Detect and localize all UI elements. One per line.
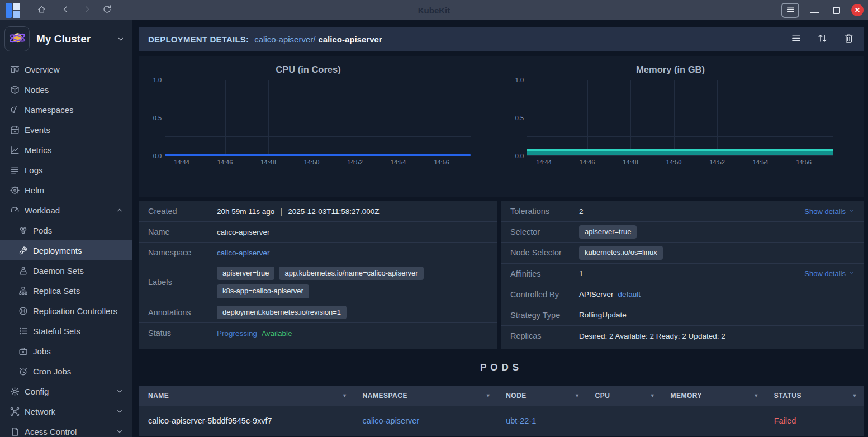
- sidebar-item-config[interactable]: Config: [0, 381, 132, 401]
- column-label: NODE: [506, 392, 527, 400]
- scale-button[interactable]: [816, 33, 828, 45]
- sidebar-item-cron-jobs[interactable]: Cron Jobs: [0, 361, 132, 381]
- status-progressing: Progressing: [217, 329, 257, 338]
- sidebar-item-events[interactable]: Events: [0, 120, 132, 140]
- gridline-vertical: [312, 80, 312, 155]
- memory-y-axis: 1.00.50.0: [508, 80, 527, 156]
- chevron-down-icon[interactable]: [116, 428, 124, 435]
- pod-node-link[interactable]: ubt-22-1: [506, 416, 536, 425]
- close-button[interactable]: ✕: [851, 4, 864, 16]
- strategy-type-value: RollingUpdate: [579, 311, 627, 319]
- hamburger-menu-icon: [786, 4, 795, 16]
- x-tick-label: 14:50: [304, 159, 320, 165]
- chevron-down-icon: [848, 269, 855, 278]
- sidebar-item-network[interactable]: Network: [0, 401, 132, 421]
- sidebar-item-daemon-sets[interactable]: Daemon Sets: [0, 260, 132, 281]
- detail-row-controlled-by: Controlled ByAPIServerdefault: [501, 284, 864, 305]
- show-details-label: Show details: [804, 269, 846, 278]
- jobs-icon: [18, 346, 28, 356]
- window-title: KubeKit: [0, 6, 868, 15]
- sidebar-item-nodes[interactable]: Nodes: [0, 79, 132, 99]
- refresh-button[interactable]: [100, 3, 113, 17]
- sidebar-item-label: Pods: [33, 226, 52, 235]
- namespace-link[interactable]: calico-apiserver: [217, 249, 270, 257]
- gridline-horizontal: [527, 136, 833, 137]
- delete-button[interactable]: [842, 33, 855, 45]
- gridline-vertical: [761, 80, 761, 155]
- detail-label: Selector: [510, 227, 579, 236]
- sidebar-item-label: Daemon Sets: [33, 266, 84, 276]
- column-label: NAME: [148, 392, 169, 400]
- minimize-button[interactable]: [808, 3, 821, 17]
- column-filter-icon[interactable]: ▾: [343, 392, 347, 398]
- detail-row-replicas: ReplicasDesired: 2 Available: 2 Ready: 2…: [501, 326, 864, 346]
- chevron-up-icon[interactable]: [116, 206, 124, 214]
- column-filter-icon[interactable]: ▾: [755, 392, 758, 398]
- sidebar-item-replica-sets[interactable]: Replica Sets: [0, 281, 132, 301]
- controlled-by-default[interactable]: default: [618, 290, 641, 298]
- column-filter-icon[interactable]: ▾: [651, 392, 654, 398]
- maximize-button[interactable]: [829, 3, 843, 17]
- detail-row-namespace: Namespacecalico-apiserver: [139, 243, 497, 263]
- sidebar-item-stateful-sets[interactable]: Stateful Sets: [0, 321, 132, 341]
- pod-row: calico-apiserver-5bddf9545c-9xvf7calico-…: [139, 406, 864, 436]
- created-timestamp: 2025-12-03T11:58:27.000Z: [288, 207, 379, 216]
- network-icon: [10, 407, 20, 416]
- pod-status: Failed: [765, 406, 864, 436]
- cpu-x-axis: 14:4414:4614:4814:5014:5214:5414:56: [165, 156, 471, 168]
- column-filter-icon[interactable]: ▾: [576, 392, 579, 398]
- deployment-namespace-link[interactable]: calico-apiserver/: [254, 35, 315, 44]
- sidebar-item-label: Workload: [25, 206, 60, 215]
- chevron-down-icon[interactable]: [117, 35, 125, 43]
- main-content: DEPLOYMENT DETAILS: calico-apiserver/ ca…: [132, 20, 868, 437]
- deployments-icon: [18, 246, 28, 255]
- window-menu-button[interactable]: [781, 3, 799, 18]
- back-button[interactable]: [59, 3, 72, 17]
- sidebar-item-namespaces[interactable]: Namespaces: [0, 99, 132, 120]
- pod-namespace-link[interactable]: calico-apiserver: [363, 416, 420, 425]
- sidebar-item-label: Network: [25, 407, 55, 416]
- column-filter-icon[interactable]: ▾: [853, 392, 856, 398]
- home-button[interactable]: [35, 3, 48, 17]
- sidebar-item-pods[interactable]: Pods: [0, 220, 132, 240]
- maximize-icon: [833, 7, 840, 14]
- x-tick-label: 14:44: [174, 159, 189, 165]
- sidebar: My Cluster OverviewNodesNamespacesEvents…: [0, 20, 132, 437]
- controlled-by-apiserver: APIServer: [579, 290, 614, 298]
- show-details-link[interactable]: Show details: [804, 207, 855, 216]
- sidebar-item-workload[interactable]: Workload: [0, 200, 132, 220]
- sidebar-item-label: Namespaces: [25, 105, 74, 115]
- tolerations-value: 2: [579, 207, 584, 216]
- sidebar-item-overview[interactable]: Overview: [0, 59, 132, 79]
- cluster-selector[interactable]: My Cluster: [0, 20, 132, 57]
- y-tick-label: 0.0: [153, 153, 162, 159]
- show-details-link[interactable]: Show details: [804, 269, 855, 278]
- sidebar-item-jobs[interactable]: Jobs: [0, 341, 132, 361]
- chevron-down-icon[interactable]: [116, 407, 124, 415]
- x-tick-label: 14:48: [260, 159, 276, 165]
- cluster-avatar: [4, 26, 30, 51]
- forward-button[interactable]: [80, 3, 93, 17]
- separator: |: [279, 207, 283, 216]
- cluster-name: My Cluster: [36, 33, 91, 45]
- sidebar-item-helm[interactable]: Helm: [0, 180, 132, 200]
- sidebar-item-replication-controllers[interactable]: Replication Controllers: [0, 301, 132, 321]
- daemonsets-icon: [18, 266, 28, 276]
- detail-row-affinities: Affinities1Show details: [501, 264, 864, 284]
- x-tick-label: 14:50: [666, 159, 682, 165]
- detail-row-status: StatusProgressingAvailable: [139, 323, 497, 344]
- chevron-down-icon[interactable]: [116, 387, 124, 395]
- column-label: NAMESPACE: [363, 392, 407, 400]
- actions-menu-button[interactable]: [790, 33, 802, 45]
- column-header-cpu: CPU▾: [586, 386, 662, 406]
- column-filter-icon[interactable]: ▾: [487, 392, 490, 398]
- detail-row-annotations: Annotationsdeployment.kubernetes.io/revi…: [139, 302, 497, 323]
- chevron-down-icon: [848, 207, 855, 216]
- sidebar-item-label: Overview: [25, 65, 60, 74]
- memory-x-axis: 14:4414:4614:4814:5014:5214:5414:56: [527, 156, 833, 168]
- sidebar-item-metrics[interactable]: Metrics: [0, 140, 132, 160]
- sidebar-item-acess-control[interactable]: Acess Control: [0, 421, 132, 437]
- sidebar-item-deployments[interactable]: Deployments: [0, 240, 132, 260]
- sidebar-item-logs[interactable]: Logs: [0, 160, 132, 180]
- close-icon: ✕: [855, 6, 860, 14]
